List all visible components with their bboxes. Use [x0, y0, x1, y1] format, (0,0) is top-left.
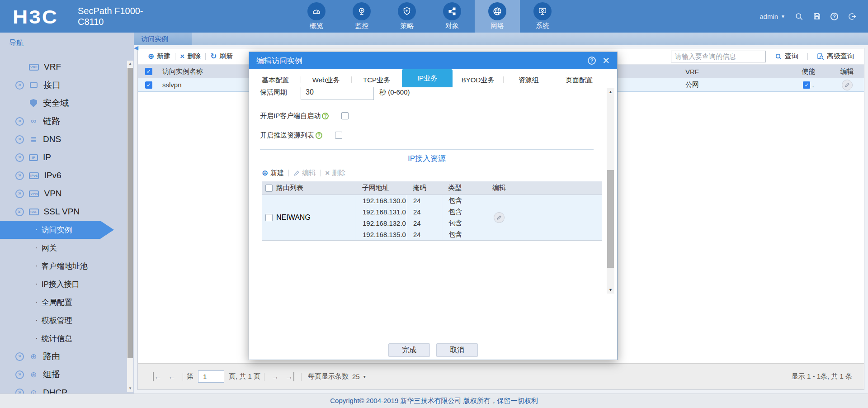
sidebar-item-statistics[interactable]: 统计信息 [0, 329, 134, 347]
sidebar-item-dhcp[interactable]: ⊙ DHCP [0, 384, 134, 394]
dialog-help-icon[interactable]: ? [588, 57, 596, 65]
h3c-logo[interactable]: H3C [13, 5, 58, 28]
sidebar-item-interface[interactable]: 接口 [0, 76, 134, 94]
sidebar-item-gateway[interactable]: 网关 [0, 239, 134, 257]
autostart-checkbox[interactable] [341, 112, 349, 119]
resource-edit-button[interactable]: 编辑 [293, 169, 316, 177]
first-page-icon[interactable]: ← [153, 372, 162, 381]
scroll-down-icon[interactable]: ▼ [607, 286, 614, 294]
toolbar-divider [807, 53, 808, 60]
help-icon[interactable]: ? [322, 113, 329, 119]
tab-tcp-service[interactable]: TCP业务 [351, 72, 402, 87]
nav-item-monitor[interactable]: 监控 [339, 0, 384, 33]
user-menu[interactable]: admin ▼ [760, 13, 785, 20]
sidebar-item-template-management[interactable]: 模板管理 [0, 311, 134, 329]
vpn-icon: VPN [29, 190, 39, 197]
push-resource-checkbox[interactable] [335, 132, 342, 139]
expand-icon[interactable] [15, 171, 24, 180]
page-number-input[interactable] [198, 370, 224, 383]
scrollbar-thumb[interactable] [607, 170, 614, 268]
enable-checkbox[interactable]: ✓ [803, 81, 810, 89]
sidebar-item-client-address-pool[interactable]: 客户端地址池 [0, 257, 134, 275]
expand-icon[interactable] [15, 389, 24, 394]
resource-row-neiwang[interactable]: NEIWANG 192.168.130.0 24 包含 192.168.131.… [262, 195, 602, 240]
tab-byod-service[interactable]: BYOD业务 [453, 72, 503, 87]
share-icon [443, 2, 461, 20]
expand-icon[interactable] [15, 117, 24, 126]
sidebar-item-vpn[interactable]: VPN VPN [0, 185, 134, 203]
expand-icon[interactable] [15, 81, 24, 90]
search-input[interactable] [671, 51, 766, 62]
sidebar-item-access-instance[interactable]: 访问实例 [0, 221, 114, 239]
dialog-title: 编辑访问实例 [256, 56, 302, 66]
sidebar-item-routing[interactable]: ⊕ 路由 [0, 347, 134, 365]
query-button[interactable]: 查询 [775, 52, 798, 61]
resource-new-button[interactable]: ⊕ 新建 [262, 168, 284, 178]
prev-page-icon[interactable]: ← [168, 372, 176, 381]
pager-divider [183, 373, 183, 381]
system-screen-icon [533, 2, 552, 20]
close-icon[interactable]: ✕ [602, 56, 610, 65]
nav-item-network[interactable]: 网络 [475, 0, 520, 33]
tab-ip-service[interactable]: IP业务 [402, 69, 453, 87]
nav-item-policy[interactable]: 策略 [384, 0, 429, 33]
collapse-icon[interactable] [15, 208, 24, 216]
tab-resource-group[interactable]: 资源组 [503, 72, 554, 87]
next-page-icon[interactable]: → [271, 372, 279, 381]
sidebar-item-link[interactable]: ∞ 链路 [0, 112, 134, 130]
sidebar-item-ip[interactable]: IP IP [0, 148, 134, 166]
per-page-label: 每页显示条数 [308, 372, 349, 381]
dialog-scrollbar[interactable]: ▲ ▼ [607, 88, 614, 294]
logout-icon[interactable] [847, 12, 856, 21]
done-button[interactable]: 完成 [388, 343, 430, 357]
sidebar-item-vrf[interactable]: VRF VRF [0, 58, 134, 76]
resource-select-all-checkbox[interactable] [265, 185, 273, 192]
resource-delete-button[interactable]: × 删除 [325, 169, 345, 178]
vrf-cell: 公网 [597, 81, 787, 89]
tab-web-service[interactable]: Web业务 [301, 72, 351, 87]
sidebar-item-ssl-vpn[interactable]: SSL SSL VPN [0, 203, 134, 221]
help-icon[interactable]: ? [830, 13, 838, 20]
scroll-up-icon[interactable]: ▲ [607, 88, 614, 95]
expand-icon[interactable] [15, 135, 24, 144]
last-page-icon[interactable]: → [285, 372, 294, 381]
delete-button[interactable]: × 删除 [180, 52, 201, 61]
expand-icon[interactable] [15, 153, 24, 162]
row-checkbox[interactable]: ✓ [145, 81, 152, 89]
keepalive-input[interactable] [301, 87, 374, 100]
expand-icon[interactable] [15, 370, 24, 379]
expand-icon[interactable] [15, 190, 24, 198]
sidebar-item-global-config[interactable]: 全局配置 [0, 293, 134, 311]
nav-item-system[interactable]: 系统 [520, 0, 565, 33]
tab-basic-config[interactable]: 基本配置 [250, 72, 301, 87]
new-button[interactable]: ⊕ 新建 [148, 52, 170, 61]
scrollbar-thumb[interactable] [127, 68, 133, 358]
advanced-query-button[interactable]: 高级查询 [817, 52, 854, 61]
expand-icon[interactable] [15, 352, 24, 361]
tab-page-config[interactable]: 页面配置 [554, 72, 604, 87]
per-page-select[interactable]: 每页显示条数 25 ▾ [308, 372, 366, 381]
sidebar-item-ip-access-interface[interactable]: IP接入接口 [0, 275, 134, 293]
help-icon[interactable]: ? [316, 132, 322, 139]
nav-item-objects[interactable]: 对象 [429, 0, 475, 33]
cancel-button[interactable]: 取消 [436, 343, 478, 357]
sidebar-item-ipv6[interactable]: IPv6 IPv6 [0, 166, 134, 185]
sidebar-scrollbar[interactable]: ▲ ▼ [127, 61, 133, 392]
select-all-checkbox[interactable]: ✓ [145, 68, 152, 75]
resource-row-checkbox[interactable] [265, 214, 273, 221]
page-tab-access-instance[interactable]: 访问实例 [134, 33, 192, 45]
nav-item-overview[interactable]: 概览 [294, 0, 339, 33]
edit-row-button[interactable] [842, 80, 853, 90]
sidebar-item-security-zone[interactable]: 安全域 [0, 94, 134, 112]
ip-resource-table: 路由列表 子网地址 掩码 类型 编辑 NEIWANG 192.168.130.0… [262, 181, 602, 241]
search-icon[interactable] [794, 12, 803, 21]
sidebar-collapse-icon[interactable]: ◀ [134, 44, 138, 51]
save-icon[interactable] [812, 12, 821, 21]
refresh-button[interactable]: ↻ 刷新 [210, 52, 233, 61]
scroll-down-icon[interactable]: ▼ [127, 385, 133, 392]
x-icon: × [180, 52, 184, 61]
scroll-up-icon[interactable]: ▲ [127, 61, 133, 67]
sidebar-item-multicast[interactable]: ⊛ 组播 [0, 365, 134, 384]
sidebar-item-dns[interactable]: ≣ DNS [0, 130, 134, 148]
edit-resource-button[interactable] [494, 212, 505, 223]
